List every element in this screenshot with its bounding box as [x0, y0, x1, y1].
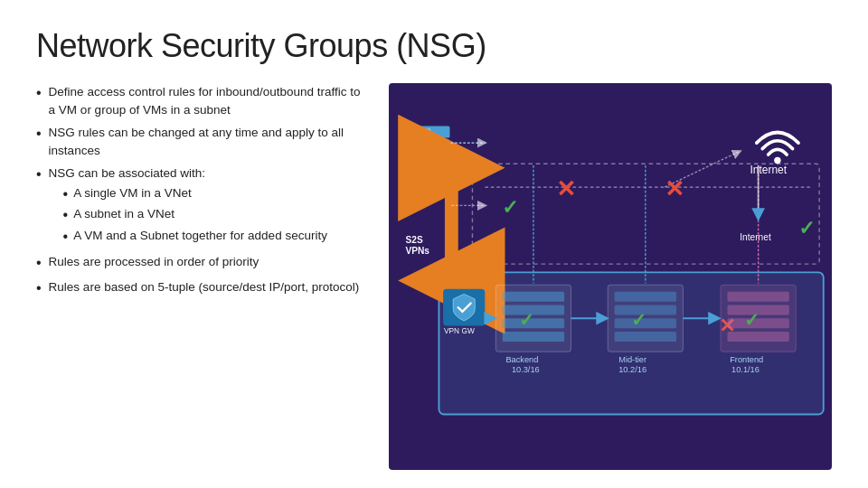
- left-panel: • Define access control rules for inboun…: [36, 83, 362, 470]
- mid-tier: ✓: [608, 285, 683, 352]
- sub-bullet-2: • A subnet in a VNet: [63, 205, 362, 225]
- svg-rect-40: [615, 292, 676, 302]
- svg-rect-1: [406, 127, 412, 136]
- vpn-gw-group: [443, 289, 485, 326]
- bullet-4: • Rules are processed in order of priori…: [36, 253, 362, 273]
- svg-rect-2: [416, 128, 431, 131]
- svg-rect-5: [406, 141, 412, 149]
- svg-rect-4: [404, 139, 450, 151]
- content-area: • Define access control rules for inboun…: [36, 83, 832, 470]
- frontend-tier: ✓: [721, 285, 796, 352]
- svg-rect-6: [416, 142, 431, 145]
- svg-rect-47: [721, 285, 796, 352]
- bullet-text-4: Rules are processed in order of priority: [49, 253, 362, 271]
- svg-rect-8: [404, 153, 450, 164]
- sub-dot-1: •: [63, 184, 69, 204]
- sub-text-1: A single VM in a VNet: [73, 184, 192, 202]
- svg-rect-34: [503, 318, 564, 328]
- svg-text:✓: ✓: [744, 310, 760, 330]
- bullet-3: • NSG can be associated with: • A single…: [36, 164, 362, 248]
- svg-rect-50: [727, 318, 788, 328]
- svg-rect-31: [495, 285, 571, 352]
- diagram-svg: Internet S2S VPNs: [389, 83, 832, 470]
- page-title: Network Security Groups (NSG): [36, 27, 832, 65]
- svg-text:S2S: S2S: [405, 235, 422, 245]
- sub-bullets: • A single VM in a VNet • A subnet in a …: [63, 184, 362, 247]
- bullet-text-5: Rules are based on 5-tuple (source/dest …: [49, 278, 362, 296]
- svg-text:✓: ✓: [631, 310, 646, 330]
- svg-text:10.3/16: 10.3/16: [512, 365, 540, 374]
- sub-bullet-1: • A single VM in a VNet: [63, 184, 362, 204]
- svg-rect-39: [608, 285, 683, 352]
- svg-rect-11: [416, 160, 428, 162]
- bullet-dot-1: •: [36, 83, 42, 103]
- sub-dot-3: •: [63, 227, 69, 247]
- backend-tier: ✓: [495, 285, 571, 352]
- svg-text:✕: ✕: [719, 314, 735, 337]
- bullet-dot-5: •: [36, 278, 42, 298]
- svg-rect-43: [615, 332, 676, 342]
- svg-rect-7: [416, 146, 428, 148]
- bullet-dot-2: •: [36, 124, 42, 144]
- slide: Network Security Groups (NSG) • Define a…: [0, 0, 868, 488]
- svg-text:VPN GW: VPN GW: [444, 326, 475, 335]
- svg-rect-15: [439, 272, 823, 414]
- bullet-text-2: NSG rules can be changed at any time and…: [49, 124, 362, 159]
- svg-rect-3: [416, 133, 428, 135]
- svg-text:Mid-tier: Mid-tier: [618, 355, 646, 364]
- svg-rect-41: [615, 305, 676, 314]
- svg-rect-14: [472, 164, 819, 264]
- svg-rect-33: [503, 305, 564, 314]
- bullet-2: • NSG rules can be changed at any time a…: [36, 124, 362, 159]
- svg-text:Backend: Backend: [505, 355, 538, 364]
- sub-text-2: A subnet in a VNet: [73, 205, 175, 223]
- svg-text:VPNs: VPNs: [405, 246, 429, 256]
- svg-rect-32: [503, 292, 564, 302]
- bullet-dot-3: •: [36, 164, 42, 184]
- svg-text:✕: ✕: [665, 176, 684, 202]
- svg-text:10.2/16: 10.2/16: [618, 365, 646, 374]
- sub-dot-2: •: [63, 205, 69, 225]
- svg-text:✓: ✓: [798, 217, 815, 239]
- sub-bullet-3: • A VM and a Subnet together for added s…: [63, 227, 362, 247]
- bullet-text-3: NSG can be associated with:: [49, 166, 205, 180]
- svg-rect-0: [404, 127, 450, 138]
- svg-rect-29: [443, 289, 485, 326]
- svg-text:Internet: Internet: [740, 232, 771, 242]
- svg-rect-51: [727, 332, 788, 342]
- bullet-5: • Rules are based on 5-tuple (source/des…: [36, 278, 362, 298]
- svg-text:10.1/16: 10.1/16: [731, 365, 760, 374]
- svg-rect-35: [503, 332, 564, 342]
- svg-rect-49: [727, 305, 788, 314]
- svg-rect-10: [416, 155, 431, 158]
- svg-text:Internet: Internet: [750, 164, 787, 176]
- internet-wifi-icon: [757, 133, 798, 164]
- bullet-1: • Define access control rules for inboun…: [36, 83, 362, 118]
- svg-rect-48: [727, 292, 788, 302]
- svg-rect-42: [615, 318, 676, 328]
- svg-rect-9: [406, 155, 412, 163]
- bullet-text-1: Define access control rules for inbound/…: [49, 83, 362, 118]
- svg-text:✓: ✓: [519, 310, 534, 330]
- svg-text:✕: ✕: [556, 176, 576, 202]
- svg-text:✓: ✓: [502, 196, 518, 219]
- svg-line-22: [665, 151, 740, 187]
- bullet-dot-4: •: [36, 253, 42, 273]
- svg-text:Frontend: Frontend: [730, 355, 763, 364]
- svg-point-12: [774, 157, 780, 164]
- diagram-panel: Internet S2S VPNs: [389, 83, 832, 470]
- sub-text-3: A VM and a Subnet together for added sec…: [73, 227, 327, 245]
- server-stack-icon: [404, 127, 450, 165]
